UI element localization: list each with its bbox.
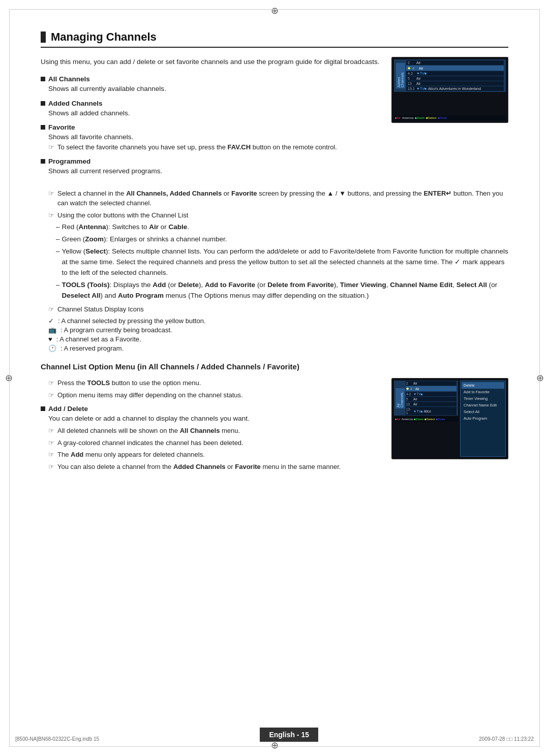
top-text: Using this menu, you can add / delete or… (41, 57, 381, 181)
section-add-delete-label: Add / Delete (41, 405, 381, 413)
section-favorite-desc: Shows all favorite channels. (48, 132, 381, 142)
section-programmed-label: Programmed (41, 158, 381, 165)
section-added-channels-desc: Shows all added channels. (48, 108, 381, 118)
yellow-button-item: – Yellow (Select): Selects multiple chan… (56, 246, 508, 278)
channel-list-option-title: Channel List Option Menu (in All Channel… (41, 361, 508, 372)
section-programmed: Programmed Shows all current reserved pr… (41, 158, 381, 176)
menu-item-auto-program: Auto Program (462, 415, 504, 422)
tv-screen-1: Added Channels 2 Air ◆ 4 Air (392, 57, 508, 122)
green-button-item: – Green (Zoom): Enlarges or shrinks a ch… (56, 234, 508, 245)
favorite-note: ☞ To select the favorite channels you ha… (48, 142, 381, 152)
note-status-icons: ☞ Channel Status Display Icons (48, 304, 508, 314)
page-title: Managing Channels (51, 30, 157, 44)
section-programmed-desc: Shows all current reserved programs. (48, 166, 381, 176)
section-favorite: Favorite Shows all favorite channels. ☞ … (41, 123, 381, 152)
section-favorite-label: Favorite (41, 123, 381, 131)
tv-ch-panel: All Channels 2 Air ◆ 4 Air (394, 381, 458, 457)
tv-menu-panel: Delete Add to Favorite Timer Viewing Cha… (460, 381, 506, 457)
bottom-section: ☞ Press the TOOLS button to use the opti… (41, 378, 508, 477)
tv-screen-2: All Channels 2 Air ◆ 4 Air (392, 379, 508, 459)
add-delete-note-4: ☞ You can also delete a channel from the… (48, 462, 381, 472)
section-added-channels: Added Channels Shows all added channels. (41, 100, 381, 118)
color-buttons-list: – Red (Antenna): Switches to Air or Cabl… (56, 222, 508, 301)
add-delete-note-3: ☞ The Add menu only appears for deleted … (48, 450, 381, 460)
notes-block: ☞ Select a channel in the All Channels, … (41, 188, 508, 352)
menu-item-delete: Delete (462, 382, 504, 389)
menu-item-timer: Timer Viewing (462, 395, 504, 402)
status-icon-favorite: ♥ : A channel set as a Favorite. (48, 335, 508, 343)
note-2: ☞ Using the color buttons with the Chann… (48, 210, 508, 220)
bottom-text: ☞ Press the TOOLS button to use the opti… (41, 378, 381, 477)
title-accent (41, 32, 46, 43)
bullet-square (41, 159, 45, 164)
add-delete-note-2: ☞ A gray-colored channel indicates the c… (48, 438, 381, 448)
page-content: Managing Channels Using this menu, you c… (0, 0, 549, 517)
menu-item-select-all: Select All (462, 408, 504, 415)
status-icon-check: ✓ : A channel selected by pressing the y… (48, 317, 508, 325)
footer-left: [8500-NA]BN68-02322C-Eng.indb 15 (15, 736, 99, 742)
note-icon: ☞ (48, 142, 54, 152)
section-added-channels-label: Added Channels (41, 100, 381, 107)
menu-item-add-favorite: Add to Favorite (462, 389, 504, 395)
page-number-box: English - 15 (260, 728, 318, 742)
compass-right-icon: ⊕ (536, 372, 544, 384)
footer: [8500-NA]BN68-02322C-Eng.indb 15 English… (0, 728, 549, 742)
status-icons-list: ✓ : A channel selected by pressing the y… (41, 317, 508, 352)
section-all-channels: All Channels Shows all currently availab… (41, 75, 381, 94)
section-add-delete-desc: You can delete or add a channel to displ… (48, 414, 381, 424)
intro-text: Using this menu, you can add / delete or… (41, 57, 381, 67)
add-delete-note-1: ☞ All deleted channels will be shown on … (48, 426, 381, 436)
bullet-square (41, 77, 45, 81)
tv-screenshot-2: All Channels 2 Air ◆ 4 Air (391, 378, 508, 459)
status-icon-broadcast: 📺 : A program currently being broadcast. (48, 326, 508, 334)
footer-center: English - 15 (260, 728, 318, 742)
compass-top-icon: ⊕ (271, 5, 279, 16)
section-all-channels-desc: Shows all currently available channels. (48, 84, 381, 94)
h2-note-2: ☞ Option menu items may differ depending… (48, 390, 381, 400)
bullet-square (41, 125, 45, 130)
status-icon-reserved: 🕐 : A reserved program. (48, 344, 508, 352)
bullet-square (41, 101, 45, 106)
h2-note-1: ☞ Press the TOOLS button to use the opti… (48, 378, 381, 388)
compass-left-icon: ⊕ (5, 372, 13, 384)
note-1: ☞ Select a channel in the All Channels, … (48, 188, 508, 208)
page-title-bar: Managing Channels (41, 30, 508, 48)
section-all-channels-label: All Channels (41, 75, 381, 83)
tools-button-item: – TOOLS (Tools): Displays the Add (or De… (56, 280, 508, 301)
footer-right: 2009-07-28 □□ 11:23:22 (479, 736, 534, 742)
menu-item-name-edit: Channel Name Edit (462, 402, 504, 408)
section-add-delete: Add / Delete You can delete or add a cha… (41, 405, 381, 471)
red-button-item: – Red (Antenna): Switches to Air or Cabl… (56, 222, 508, 233)
tv-screenshot-1: Added Channels 2 Air ◆ 4 Air (391, 57, 508, 123)
bullet-square (41, 406, 45, 411)
top-section: Using this menu, you can add / delete or… (41, 57, 508, 181)
